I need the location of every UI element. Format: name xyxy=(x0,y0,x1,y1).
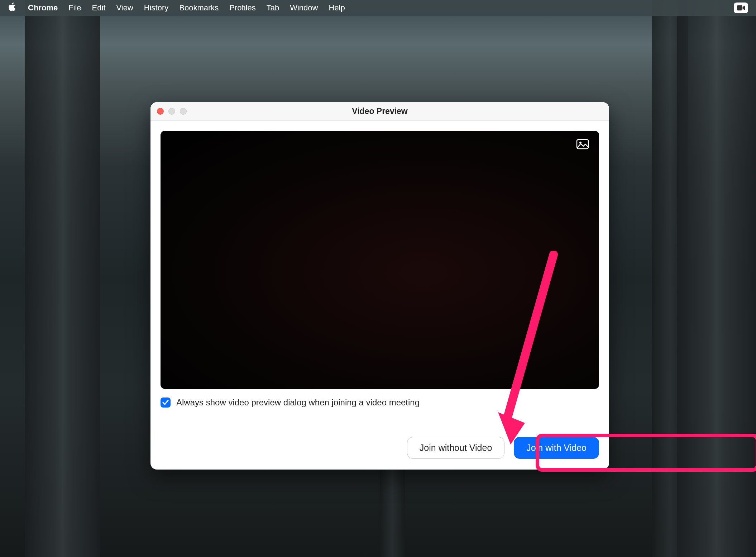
window-minimize-button[interactable] xyxy=(168,108,175,115)
svg-rect-1 xyxy=(577,139,588,149)
svg-rect-0 xyxy=(737,5,742,11)
join-with-video-button[interactable]: Join with Video xyxy=(514,437,599,459)
svg-point-2 xyxy=(579,142,582,144)
dialog-button-row: Join without Video Join with Video xyxy=(150,437,609,470)
window-close-button[interactable] xyxy=(157,108,164,115)
always-show-preview-row: Always show video preview dialog when jo… xyxy=(161,397,599,408)
menu-view[interactable]: View xyxy=(116,3,133,13)
menu-profiles[interactable]: Profiles xyxy=(229,3,255,13)
apple-logo-icon[interactable] xyxy=(8,2,16,14)
always-show-preview-label: Always show video preview dialog when jo… xyxy=(176,397,420,408)
menu-help[interactable]: Help xyxy=(329,3,345,13)
dialog-titlebar: Video Preview xyxy=(150,102,609,121)
always-show-preview-checkbox[interactable] xyxy=(161,397,171,408)
join-without-video-button[interactable]: Join without Video xyxy=(407,437,504,459)
menu-file[interactable]: File xyxy=(68,3,81,13)
video-preview-area xyxy=(161,131,599,389)
window-zoom-button[interactable] xyxy=(180,108,187,115)
menu-bookmarks[interactable]: Bookmarks xyxy=(179,3,219,13)
menu-edit[interactable]: Edit xyxy=(92,3,106,13)
virtual-background-icon[interactable] xyxy=(576,139,589,149)
menu-history[interactable]: History xyxy=(144,3,168,13)
dialog-title: Video Preview xyxy=(352,106,408,116)
window-controls xyxy=(157,108,187,115)
menubar-app-name[interactable]: Chrome xyxy=(28,3,58,13)
menu-window[interactable]: Window xyxy=(290,3,318,13)
menu-tab[interactable]: Tab xyxy=(267,3,279,13)
video-preview-dialog: Video Preview Always show video preview … xyxy=(150,102,609,470)
facetime-tray-icon[interactable] xyxy=(734,3,748,13)
macos-menubar: Chrome File Edit View History Bookmarks … xyxy=(0,0,756,16)
